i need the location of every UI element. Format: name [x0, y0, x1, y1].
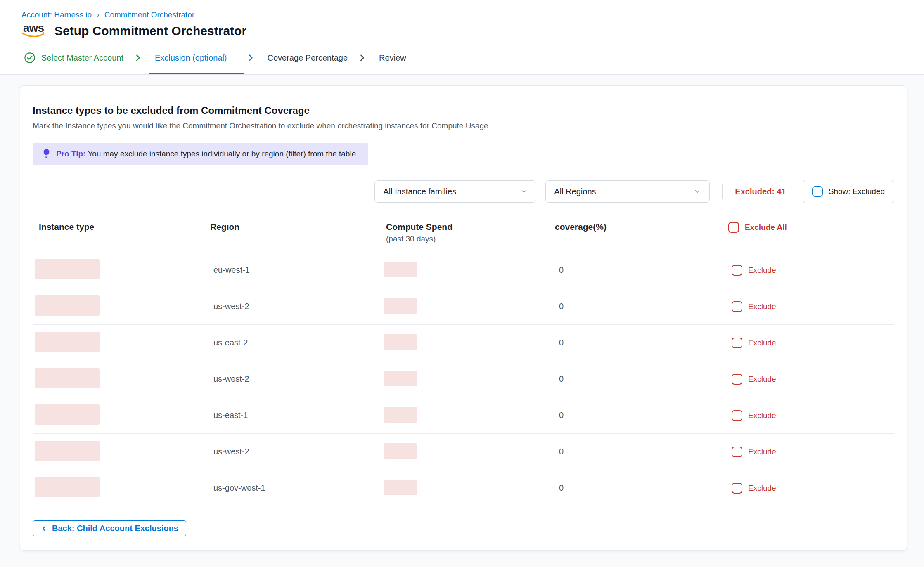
pro-tip-banner: Pro Tip: You may exclude instance types …: [33, 143, 368, 165]
exclude-all-checkbox[interactable]: [728, 222, 739, 233]
redacted-compute-spend: [384, 334, 417, 350]
region-cell: us-west-2: [210, 374, 384, 384]
show-excluded-checkbox[interactable]: [812, 186, 823, 197]
compute-spend-cell: [384, 298, 555, 315]
exclude-label[interactable]: Exclude: [748, 302, 776, 311]
exclude-checkbox[interactable]: [732, 338, 742, 348]
instance-type-cell: [33, 332, 210, 354]
redacted-instance-type: [35, 404, 100, 425]
exclude-checkbox[interactable]: [732, 410, 742, 421]
table-row: us-west-2 0 Exclude: [33, 361, 894, 397]
table-row: us-west-2 0 Exclude: [33, 288, 894, 325]
instance-families-select[interactable]: All Instance families: [374, 180, 536, 203]
exclude-all-label[interactable]: Exclude All: [745, 223, 787, 232]
exclude-cell: Exclude: [728, 265, 894, 276]
excluded-count: Excluded: 41: [735, 187, 786, 196]
table-row: us-east-1 0 Exclude: [33, 397, 894, 434]
exclude-checkbox[interactable]: [732, 265, 742, 276]
exclude-cell: Exclude: [728, 447, 894, 457]
exclude-label[interactable]: Exclude: [748, 338, 776, 347]
exclude-label[interactable]: Exclude: [748, 447, 776, 456]
header-compute-spend-sub: (past 30 days): [386, 234, 555, 243]
instance-type-cell: [33, 259, 210, 281]
instance-type-cell: [33, 368, 210, 390]
show-excluded-toggle[interactable]: Show: Excluded: [803, 180, 894, 203]
chevron-down-icon: [694, 188, 701, 195]
redacted-compute-spend: [384, 407, 417, 423]
coverage-cell: 0: [555, 447, 728, 456]
back-button[interactable]: Back: Child Account Exclusions: [33, 520, 186, 536]
coverage-cell: 0: [555, 411, 728, 420]
region-cell: us-gov-west-1: [210, 483, 384, 493]
redacted-instance-type: [35, 441, 100, 461]
regions-value: All Regions: [554, 187, 596, 196]
region-cell: us-west-2: [210, 302, 384, 311]
instance-type-cell: [33, 477, 210, 499]
chevron-right-icon: [133, 53, 142, 62]
coverage-cell: 0: [555, 374, 728, 384]
exclude-label[interactable]: Exclude: [748, 484, 776, 493]
header-coverage: coverage(%): [555, 222, 728, 232]
step-exclusion[interactable]: Exclusion (optional): [149, 53, 244, 73]
table-body: eu-west-1 0 Exclude us-west-2: [33, 252, 894, 506]
vertical-divider: [722, 184, 723, 199]
regions-select[interactable]: All Regions: [545, 180, 710, 203]
redacted-instance-type: [35, 259, 100, 279]
step-review[interactable]: Review: [373, 53, 414, 73]
exclude-cell: Exclude: [728, 301, 894, 312]
redacted-compute-spend: [384, 262, 417, 277]
exclude-checkbox[interactable]: [732, 447, 742, 457]
header-instance-type: Instance type: [33, 222, 210, 232]
table-row: us-east-2 0 Exclude: [33, 325, 894, 361]
table-row: eu-west-1 0 Exclude: [33, 252, 894, 288]
step-coverage-percentage[interactable]: Coverage Percentage: [262, 53, 355, 73]
table-row: us-west-2 0 Exclude: [33, 434, 894, 470]
region-cell: us-west-2: [210, 447, 384, 456]
exclude-label[interactable]: Exclude: [748, 266, 776, 275]
breadcrumb-page-link[interactable]: Commitment Orchestrator: [104, 10, 195, 19]
exclude-checkbox[interactable]: [732, 301, 742, 312]
exclude-checkbox[interactable]: [732, 483, 742, 494]
header-compute-spend: Compute Spend (past 30 days): [384, 222, 555, 243]
main-area: Instance types to be excluded from Commi…: [0, 75, 924, 567]
breadcrumb: Account: Harness.io › Commitment Orchest…: [0, 0, 924, 19]
step-select-master-account[interactable]: Select Master Account: [18, 52, 131, 74]
lightbulb-icon: [43, 149, 50, 159]
chevron-down-icon: [520, 188, 528, 195]
instance-type-cell: [33, 295, 210, 317]
region-cell: eu-west-1: [210, 265, 384, 275]
exclude-label[interactable]: Exclude: [748, 375, 776, 384]
show-excluded-label: Show: Excluded: [829, 187, 885, 196]
panel-heading: Instance types to be excluded from Commi…: [33, 105, 894, 116]
exclusion-table: Instance type Region Compute Spend (past…: [33, 220, 894, 506]
header-exclude-all: Exclude All: [728, 222, 894, 233]
redacted-instance-type: [35, 332, 100, 352]
table-header: Instance type Region Compute Spend (past…: [33, 220, 894, 252]
step-label: Exclusion (optional): [155, 53, 227, 63]
coverage-cell: 0: [555, 265, 728, 275]
exclude-cell: Exclude: [728, 483, 894, 494]
region-cell: us-east-1: [210, 411, 384, 420]
redacted-instance-type: [35, 295, 100, 316]
check-circle-icon: [24, 52, 36, 64]
header-region: Region: [210, 222, 384, 232]
exclude-label[interactable]: Exclude: [748, 411, 776, 420]
filters-row: All Instance families All Regions Exclud…: [33, 180, 894, 203]
coverage-cell: 0: [555, 483, 728, 493]
exclude-checkbox[interactable]: [732, 374, 742, 385]
pro-tip-label: Pro Tip:: [56, 149, 85, 158]
aws-smile-icon: [21, 32, 45, 38]
redacted-compute-spend: [384, 298, 417, 314]
coverage-cell: 0: [555, 338, 728, 347]
instance-type-cell: [33, 441, 210, 463]
redacted-instance-type: [35, 477, 100, 497]
compute-spend-cell: [384, 334, 555, 352]
redacted-compute-spend: [384, 371, 417, 386]
breadcrumb-account-link[interactable]: Account: Harness.io: [21, 10, 92, 19]
coverage-cell: 0: [555, 302, 728, 311]
breadcrumb-separator-icon: ›: [97, 10, 100, 19]
redacted-instance-type: [35, 368, 100, 388]
compute-spend-cell: [384, 480, 555, 497]
compute-spend-cell: [384, 262, 555, 279]
compute-spend-cell: [384, 443, 555, 461]
